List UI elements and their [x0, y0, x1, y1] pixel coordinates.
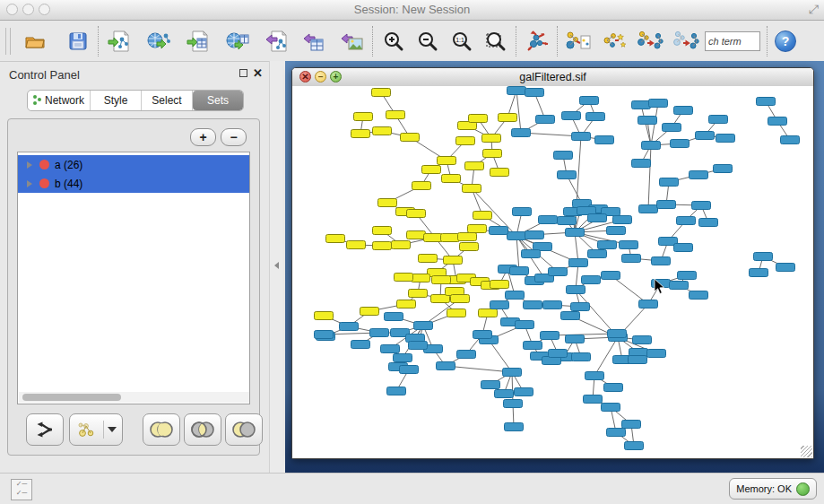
float-panel-icon[interactable]: [239, 69, 247, 77]
content-area: Control Panel ✕ Network Style Select Set…: [0, 61, 824, 474]
network-canvas[interactable]: [292, 86, 813, 458]
tab-network[interactable]: Network: [28, 91, 91, 110]
control-panel: Control Panel ✕ Network Style Select Set…: [0, 61, 269, 474]
union-icon: [148, 419, 175, 440]
window-title: Session: New Session: [0, 3, 824, 16]
zoom-one-to-one-icon[interactable]: 1:1: [448, 27, 475, 56]
main-toolbar: 1:1 ?: [0, 21, 824, 61]
cytoscape-window: Session: New Session ⤢: [0, 0, 824, 504]
set-label: a (26): [55, 159, 82, 171]
network-desktop: ✕ – + galFiltered.sif: [285, 61, 824, 474]
open-session-icon[interactable]: [22, 27, 48, 56]
network-difference-icon[interactable]: [672, 27, 699, 56]
difference-button[interactable]: [225, 413, 263, 446]
status-bar: ✓─✓─ Memory: OK: [0, 473, 824, 504]
export-network-icon[interactable]: [264, 27, 291, 56]
zoom-in-icon[interactable]: [380, 27, 407, 56]
group-selection-icon[interactable]: [565, 27, 592, 56]
apply-layout-icon[interactable]: [524, 27, 551, 56]
tab-style[interactable]: Style: [91, 91, 142, 110]
memory-ok-icon: [796, 482, 810, 496]
yellow-network-icon: [76, 420, 100, 439]
zoom-out-icon[interactable]: [414, 27, 441, 56]
sets-toolbar: [8, 413, 259, 446]
add-set-button[interactable]: +: [190, 128, 216, 146]
sets-panel: + − a (26) b (44): [7, 118, 260, 456]
panel-splitter[interactable]: [269, 61, 286, 474]
set-row-b[interactable]: b (44): [18, 174, 249, 193]
network-window-title: galFiltered.sif: [292, 71, 813, 83]
select-nodes-icon[interactable]: [601, 27, 628, 56]
search-input[interactable]: [705, 31, 760, 51]
tab-label: Sets: [207, 94, 229, 107]
intersection-icon: [189, 419, 216, 440]
tab-select[interactable]: Select: [142, 91, 193, 110]
scrollbar-thumb[interactable]: [22, 394, 121, 401]
disclosure-triangle-icon[interactable]: [27, 161, 32, 169]
dropdown-arrow-icon: [108, 427, 117, 432]
resize-grip[interactable]: [801, 446, 812, 457]
disclosure-triangle-icon[interactable]: [27, 180, 32, 187]
control-panel-header: Control Panel ✕: [0, 61, 269, 87]
remove-set-button[interactable]: −: [221, 128, 247, 146]
sets-list: a (26) b (44): [17, 152, 250, 404]
close-panel-icon[interactable]: ✕: [253, 66, 263, 80]
save-session-icon[interactable]: [65, 27, 91, 56]
help-icon[interactable]: ?: [775, 30, 796, 52]
horizontal-scrollbar[interactable]: [19, 392, 250, 403]
tab-sets[interactable]: Sets: [193, 91, 243, 110]
export-image-icon[interactable]: [339, 27, 366, 56]
import-network-file-icon[interactable]: [106, 27, 133, 56]
import-table-database-icon[interactable]: [224, 27, 251, 56]
export-table-icon[interactable]: [301, 27, 328, 56]
union-button[interactable]: [143, 413, 180, 446]
set-label: b (44): [55, 178, 82, 190]
tab-label: Select: [152, 94, 181, 107]
tab-label: Style: [104, 94, 128, 107]
network-tab-icon: [33, 95, 41, 106]
import-network-database-icon[interactable]: [145, 27, 172, 56]
split-sets-button[interactable]: [26, 413, 64, 446]
svg-text:1:1: 1:1: [455, 37, 464, 43]
memory-label: Memory: OK: [736, 483, 792, 494]
merge-networks-icon[interactable]: [637, 27, 664, 56]
window-titlebar: Session: New Session ⤢: [0, 0, 824, 21]
memory-button[interactable]: Memory: OK: [729, 478, 817, 500]
split-arrows-icon: [34, 420, 56, 439]
fullscreen-icon[interactable]: ⤢: [809, 2, 819, 17]
import-table-file-icon[interactable]: [185, 27, 212, 56]
network-graph[interactable]: [292, 86, 813, 459]
control-panel-tabs: Network Style Select Sets: [27, 90, 244, 111]
tab-label: Network: [45, 94, 84, 107]
network-window-titlebar[interactable]: ✕ – + galFiltered.sif: [292, 68, 813, 87]
task-history-icon[interactable]: ✓─✓─: [11, 479, 32, 500]
set-color-icon: [39, 160, 49, 169]
zoom-selected-icon[interactable]: [482, 27, 509, 56]
create-set-dropdown-button[interactable]: [69, 413, 123, 446]
set-color-icon: [39, 178, 49, 188]
toolbar-grip[interactable]: [5, 28, 11, 55]
collapse-arrow-icon[interactable]: [274, 262, 279, 269]
intersection-button[interactable]: [184, 413, 221, 446]
network-view-window: ✕ – + galFiltered.sif: [291, 67, 814, 459]
difference-icon: [230, 419, 257, 440]
control-panel-title: Control Panel: [9, 68, 80, 82]
set-row-a[interactable]: a (26): [18, 155, 249, 174]
